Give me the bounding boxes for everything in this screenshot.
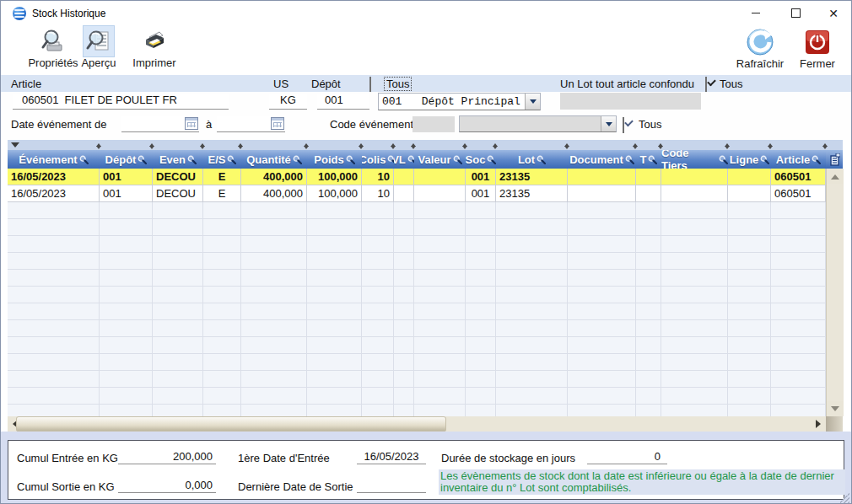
table-row[interactable] <box>8 236 826 253</box>
table-cell <box>8 337 100 354</box>
table-row[interactable]: 16/05/2023001DECOUE400,000100,0001000123… <box>8 169 826 185</box>
preview-button[interactable]: Aperçu <box>81 26 116 69</box>
column-header-11[interactable]: Lot <box>496 150 568 169</box>
print-button[interactable]: Imprimer <box>123 26 186 69</box>
column-resize-marker-icon[interactable] <box>462 141 468 149</box>
column-header-12[interactable]: Document <box>568 150 636 169</box>
tous-unlot-checkbox[interactable] <box>705 77 707 93</box>
article-input[interactable]: 060501 FILET DE POULET FR <box>13 94 229 110</box>
column-resize-marker-icon[interactable] <box>822 141 828 149</box>
column-header-4[interactable]: E/S <box>203 150 241 169</box>
column-header-16[interactable]: Article <box>771 150 826 169</box>
column-header-8[interactable]: VL <box>394 150 414 169</box>
table-row[interactable] <box>8 337 826 354</box>
table-row[interactable] <box>8 320 826 337</box>
code-event-select[interactable] <box>459 115 617 132</box>
calendar-icon[interactable] <box>185 117 198 130</box>
column-header-2[interactable]: Dépôt <box>100 150 153 169</box>
table-cell <box>636 253 661 270</box>
column-resize-marker-icon[interactable] <box>238 141 244 149</box>
table-cell <box>496 388 568 405</box>
tous-depot-checkbox[interactable] <box>369 77 371 93</box>
column-resize-marker-icon[interactable] <box>359 141 364 149</box>
table-row[interactable] <box>8 371 826 388</box>
table-cell <box>203 270 241 287</box>
column-header-13[interactable]: T <box>636 150 661 169</box>
column-header-3[interactable]: Even <box>153 150 203 169</box>
table-cell <box>307 354 362 371</box>
column-header-9[interactable]: Valeur <box>414 150 466 169</box>
column-resize-marker-icon[interactable] <box>411 141 417 149</box>
column-header-10[interactable]: Soc <box>466 150 496 169</box>
calendar-icon[interactable] <box>271 117 284 130</box>
cumul-sortie-value: 0,000 <box>118 479 216 493</box>
depot-select-arrow-icon[interactable] <box>525 94 540 110</box>
depot-select-value: 001 Dépôt Principal <box>379 95 525 108</box>
table-row[interactable]: 16/05/2023001DECOUE400,000100,0001000123… <box>8 185 826 202</box>
table-cell <box>568 287 636 303</box>
vertical-scrollbar[interactable] <box>826 169 844 416</box>
code-event-input[interactable] <box>413 116 455 132</box>
column-resize-marker-icon[interactable] <box>304 141 310 149</box>
table-cell <box>8 219 100 236</box>
table-row[interactable] <box>8 253 826 270</box>
table-header: ÉvénementDépôtEvenE/SQuantitéPoidsColisV… <box>8 150 843 169</box>
properties-button[interactable]: Propriétés <box>21 26 85 69</box>
close-button[interactable]: Fermer <box>788 27 847 70</box>
close-window-button[interactable]: ✕ <box>816 1 851 25</box>
column-header-label: E/S <box>208 153 226 166</box>
table-row[interactable] <box>8 270 826 287</box>
us-input[interactable]: KG <box>269 94 307 110</box>
column-resize-marker-icon[interactable] <box>564 141 570 149</box>
code-event-select-arrow-icon[interactable] <box>601 116 616 131</box>
table-row[interactable] <box>8 287 826 303</box>
scroll-right-icon[interactable] <box>811 416 826 432</box>
column-resize-marker-icon[interactable] <box>391 141 396 149</box>
date-from-input[interactable]: 21/08/2016 <box>121 116 199 132</box>
table-cell <box>728 219 771 236</box>
column-resize-marker-icon[interactable] <box>725 141 731 149</box>
table-cell: 400,000 <box>241 169 307 185</box>
tous-code-label: Tous <box>639 118 661 131</box>
table-row[interactable] <box>8 354 826 371</box>
table-cell: 001 <box>466 169 496 185</box>
table-row[interactable] <box>8 202 826 219</box>
grid-options-icon[interactable] <box>826 150 843 169</box>
table-cell <box>728 236 771 253</box>
stock-historique-window: Stock Historique ✕ Propriétés <box>0 0 852 504</box>
column-resize-marker-icon[interactable] <box>200 141 206 149</box>
table-cell <box>636 303 661 320</box>
table-row[interactable] <box>8 219 826 236</box>
refresh-button[interactable]: Rafraîchir <box>731 27 790 70</box>
table-row[interactable] <box>8 405 826 416</box>
column-header-14[interactable]: Code Tiers <box>661 150 728 169</box>
column-header-15[interactable]: Ligne <box>728 150 771 169</box>
column-header-6[interactable]: Poids <box>307 150 362 169</box>
tous-code-checkbox[interactable] <box>623 117 624 133</box>
column-resize-marker-icon[interactable] <box>768 141 774 149</box>
table-cell <box>100 388 153 405</box>
column-resize-marker-icon[interactable] <box>493 141 499 149</box>
column-resize-marker-icon[interactable] <box>149 141 155 149</box>
scroll-up-icon[interactable] <box>827 169 844 184</box>
column-header-7[interactable]: Colis <box>362 150 394 169</box>
horizontal-scroll-thumb[interactable] <box>16 416 446 432</box>
column-resize-marker-icon[interactable] <box>633 141 639 149</box>
maximize-button[interactable] <box>778 1 813 25</box>
minimize-button[interactable] <box>738 1 774 25</box>
resize-grip-icon[interactable] <box>839 493 849 503</box>
depot-select[interactable]: 001 Dépôt Principal <box>378 93 541 110</box>
date-to-input[interactable]: 16/05/2023 <box>217 116 285 132</box>
table-row[interactable] <box>8 388 826 405</box>
column-resize-marker-icon[interactable] <box>658 141 664 149</box>
scroll-down-icon[interactable] <box>827 401 844 416</box>
table-row[interactable] <box>8 303 826 320</box>
unlot-input[interactable] <box>560 93 701 110</box>
column-resize-marker-icon[interactable] <box>96 141 102 149</box>
column-header-5[interactable]: Quantité <box>241 150 307 169</box>
table-cell: 10 <box>362 169 394 185</box>
bottom-area: Cumul Entrée en KG 200,000 1ère Date d'E… <box>1 432 851 504</box>
depot-input[interactable]: 001 <box>317 94 369 110</box>
horizontal-scrollbar[interactable] <box>8 416 826 432</box>
column-header-1[interactable]: Événement <box>8 150 100 169</box>
